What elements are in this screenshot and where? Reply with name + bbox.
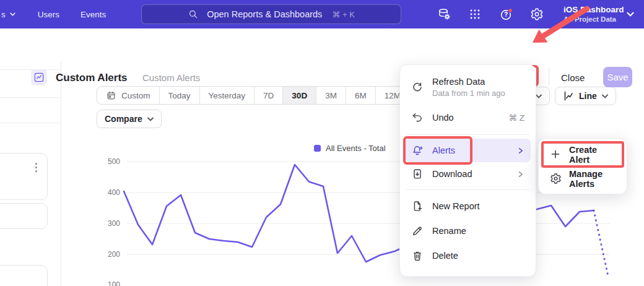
y-axis-label: 200 xyxy=(99,250,120,259)
calendar-icon xyxy=(106,90,116,101)
chevron-right-icon xyxy=(516,170,524,178)
save-button[interactable]: Save xyxy=(603,67,632,87)
menu-item-label: Undo xyxy=(432,113,454,123)
menu-item-label: Rename xyxy=(432,226,466,236)
range-custom[interactable]: Custom xyxy=(97,87,159,104)
pencil-icon xyxy=(411,225,424,237)
menu-item-undo[interactable]: Undo ⌘ Z xyxy=(405,105,531,131)
submenu-item-create-alert[interactable]: Create Alert xyxy=(542,142,623,167)
y-axis-label: 300 xyxy=(99,219,120,228)
range-label: 30D xyxy=(292,91,307,100)
y-axis-label: 100 xyxy=(99,280,120,286)
menu-item-label: Refresh Data xyxy=(432,77,505,87)
search-icon xyxy=(188,9,199,20)
global-search[interactable]: Open Reports & Dashboards ⌘ + K xyxy=(141,4,401,24)
menu-item-label: Delete xyxy=(432,251,458,261)
alerts-submenu: Create Alert Manage Alerts xyxy=(538,138,627,194)
nav-item-truncated-label: s xyxy=(1,10,6,19)
menu-item-label: Download xyxy=(432,169,472,179)
menu-item-label: Alerts xyxy=(432,145,455,155)
submenu-item-label: Create Alert xyxy=(569,145,616,165)
menu-item-delete[interactable]: Delete xyxy=(405,243,531,268)
range-label: 7D xyxy=(263,91,274,100)
sidebar-divider xyxy=(0,69,60,70)
top-nav: s Users Events Open Reports & Dashboards… xyxy=(0,0,644,28)
data-management-icon[interactable] xyxy=(437,7,451,22)
settings-gear-icon[interactable] xyxy=(530,7,544,22)
chart-type-button[interactable]: Line xyxy=(555,87,616,105)
y-axis-label: 500 xyxy=(99,157,120,166)
menu-item-alerts[interactable]: Alerts xyxy=(405,139,531,162)
search-placeholder: Open Reports & Dashboards xyxy=(207,9,322,19)
query-card[interactable] xyxy=(0,203,48,229)
range-label: Today xyxy=(168,91,191,100)
search-shortcut: ⌘ + K xyxy=(332,10,355,19)
more-options-menu: Refresh Data Data from 1 min ago Undo ⌘ … xyxy=(399,64,536,277)
chart-type-label: Line xyxy=(579,91,597,101)
range-today[interactable]: Today xyxy=(159,87,199,104)
gear-icon xyxy=(550,173,562,184)
apps-grid-icon[interactable] xyxy=(468,7,482,22)
chevron-right-icon xyxy=(516,147,524,155)
kebab-menu-icon[interactable] xyxy=(35,163,37,172)
submenu-item-label: Manage Alerts xyxy=(569,169,616,189)
chevron-down-icon[interactable] xyxy=(627,12,634,17)
page-title: Custom Alerts xyxy=(56,72,128,84)
legend-swatch xyxy=(314,145,321,152)
submenu-item-manage-alerts[interactable]: Manage Alerts xyxy=(542,167,623,191)
menu-item-label: New Report xyxy=(432,201,480,211)
range-6m[interactable]: 6M xyxy=(346,87,375,104)
download-icon xyxy=(411,168,424,180)
nav-item-users[interactable]: Users xyxy=(38,10,59,19)
chart-line-dashed-tail xyxy=(594,210,608,276)
trash-icon xyxy=(411,249,424,262)
project-name: iOS Dashboard xyxy=(564,4,624,15)
menu-item-subtitle: Data from 1 min ago xyxy=(432,89,505,98)
new-report-icon xyxy=(411,200,424,212)
range-yesterday[interactable]: Yesterday xyxy=(199,87,255,104)
range-3m[interactable]: 3M xyxy=(316,87,346,104)
report-icon xyxy=(31,69,47,85)
range-label: Yesterday xyxy=(209,91,246,100)
nav-item-truncated[interactable]: s xyxy=(1,10,15,19)
project-switcher[interactable]: iOS Dashboard All Project Data xyxy=(564,4,624,24)
legend-label: All Events - Total xyxy=(326,144,386,153)
help-icon[interactable]: ? xyxy=(499,7,513,22)
nav-item-events[interactable]: Events xyxy=(80,10,106,19)
svg-text:?: ? xyxy=(504,11,508,18)
chevron-down-icon xyxy=(147,117,154,121)
query-card[interactable] xyxy=(0,265,48,286)
menu-item-rename[interactable]: Rename xyxy=(405,219,531,243)
undo-icon xyxy=(411,111,424,124)
line-chart-icon xyxy=(563,90,574,102)
chevron-down-icon xyxy=(602,94,608,98)
report-header: Custom Alerts Custom Alerts GV Duplicate… xyxy=(0,28,644,62)
project-scope: All Project Data xyxy=(564,15,624,24)
query-card[interactable] xyxy=(0,153,48,200)
menu-divider xyxy=(406,189,529,190)
chevron-down-icon xyxy=(536,94,542,98)
range-label: 3M xyxy=(325,91,337,100)
divider xyxy=(549,68,549,85)
date-range-segmented-control: Custom Today Yesterday 7D 30D 3M 6M 12M xyxy=(97,86,410,105)
y-axis-label: 400 xyxy=(99,188,120,197)
chart-legend: All Events - Total xyxy=(314,144,386,153)
menu-divider xyxy=(406,134,529,135)
compare-button[interactable]: Compare xyxy=(97,110,162,128)
menu-item-new-report[interactable]: New Report xyxy=(405,194,531,219)
sidebar-divider xyxy=(0,123,60,123)
menu-item-refresh-data[interactable]: Refresh Data Data from 1 min ago xyxy=(405,70,531,105)
range-label: 6M xyxy=(355,91,367,100)
compare-label: Compare xyxy=(105,114,142,124)
range-label: Custom xyxy=(121,91,150,100)
refresh-icon xyxy=(411,81,424,93)
sidebar-divider xyxy=(0,97,60,98)
menu-item-download[interactable]: Download xyxy=(405,162,531,186)
range-30d-selected[interactable]: 30D xyxy=(282,87,316,104)
breadcrumb[interactable]: Custom Alerts xyxy=(142,72,200,83)
range-7d[interactable]: 7D xyxy=(254,87,282,104)
chevron-down-icon xyxy=(10,12,15,16)
plus-icon xyxy=(550,149,562,160)
range-label: 12M xyxy=(385,91,401,100)
close-button[interactable]: Close xyxy=(561,72,585,83)
